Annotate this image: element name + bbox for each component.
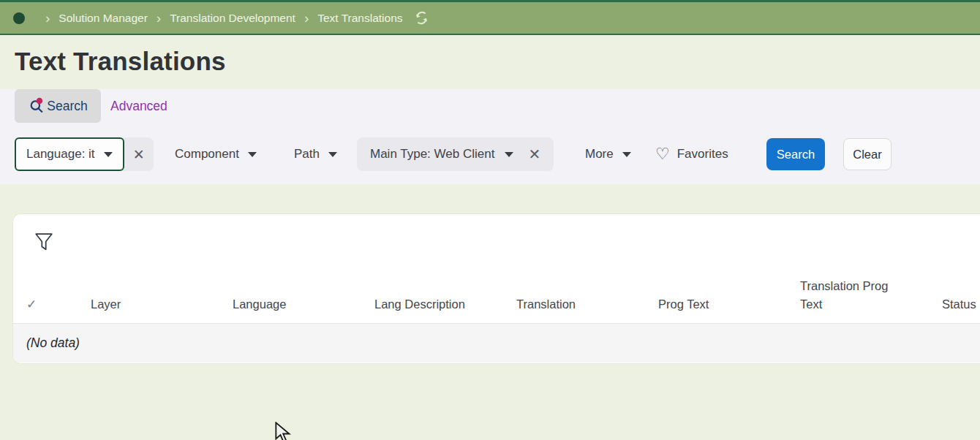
favorites-label: Favorites (677, 147, 728, 162)
column-header-lang-description[interactable]: Lang Description (374, 295, 516, 314)
heart-icon: ♡ (655, 146, 670, 162)
page-title: Text Translations (15, 47, 226, 76)
filter-chip-main-type-label: Main Type: Web Client (370, 147, 494, 162)
filter-chip-language-label: Language: it (26, 147, 95, 162)
no-data-label: (No data) (26, 335, 80, 351)
filter-dropdown-more[interactable]: More (585, 137, 631, 171)
breadcrumb: › Solution Manager › Translation Develop… (37, 11, 403, 25)
top-navigation-bar: › Solution Manager › Translation Develop… (0, 0, 980, 35)
column-header-language[interactable]: Language (233, 295, 374, 314)
search-icon (28, 97, 45, 115)
column-header-translation-prog-text[interactable]: Translation Prog Text (800, 277, 910, 314)
search-toolbar: Search Advanced Language: it ✕ Component… (0, 89, 980, 184)
chevron-down-icon (622, 152, 631, 157)
favorites-button[interactable]: ♡ Favorites (655, 137, 728, 171)
column-header-layer[interactable]: Layer (91, 295, 233, 314)
table-empty-row: (No data) (13, 324, 980, 363)
search-button[interactable]: Search (766, 138, 825, 170)
breadcrumb-separator-icon: › (45, 11, 50, 25)
chevron-down-icon (505, 152, 513, 157)
breadcrumb-separator-icon: › (157, 11, 161, 25)
filter-chip-language-dropdown[interactable]: Language: it (15, 137, 124, 171)
tab-search[interactable]: Search (15, 89, 101, 123)
filters-row: Language: it ✕ Component Path Main Type:… (0, 137, 980, 171)
filter-dropdown-path-label: Path (294, 147, 320, 162)
close-icon: ✕ (133, 148, 145, 162)
tab-advanced-label: Advanced (110, 99, 167, 114)
column-header-status[interactable]: Status (942, 295, 980, 314)
home-dot-icon[interactable] (13, 12, 25, 24)
search-badge-icon (37, 98, 43, 105)
column-header-translation[interactable]: Translation (516, 295, 658, 314)
tab-search-label: Search (47, 99, 87, 114)
results-table-card: ✓ Layer Language Lang Description Transl… (13, 214, 980, 363)
table-header-row: ✓ Layer Language Lang Description Transl… (13, 270, 980, 324)
chevron-down-icon (248, 152, 257, 157)
filter-dropdown-component[interactable]: Component (175, 137, 257, 171)
breadcrumb-item-translation-development[interactable]: Translation Development (170, 12, 295, 25)
refresh-icon[interactable] (415, 11, 429, 25)
page-header: Text Translations (0, 35, 980, 89)
tab-advanced[interactable]: Advanced (110, 89, 167, 123)
filter-dropdown-component-label: Component (175, 147, 239, 162)
chevron-down-icon (328, 152, 337, 157)
filter-dropdown-more-label: More (585, 147, 614, 162)
table-toolbar (13, 214, 980, 270)
chevron-down-icon (104, 152, 113, 157)
breadcrumb-separator-icon: › (304, 11, 309, 25)
filter-chip-language[interactable]: Language: it ✕ (15, 137, 154, 171)
filter-funnel-icon[interactable] (34, 232, 54, 255)
filter-chip-main-type[interactable]: Main Type: Web Client ✕ (357, 137, 554, 171)
filter-dropdown-path[interactable]: Path (294, 137, 337, 171)
breadcrumb-item-text-translations[interactable]: Text Translations (317, 12, 402, 25)
filter-chip-main-type-remove-button[interactable]: ✕ (528, 147, 540, 162)
filter-chip-language-remove-button[interactable]: ✕ (124, 137, 154, 171)
clear-button[interactable]: Clear (843, 138, 892, 170)
select-all-check-icon[interactable]: ✓ (26, 295, 91, 314)
column-header-prog-text[interactable]: Prog Text (658, 295, 800, 314)
breadcrumb-item-solution-manager[interactable]: Solution Manager (59, 12, 148, 25)
mouse-cursor (275, 422, 293, 440)
